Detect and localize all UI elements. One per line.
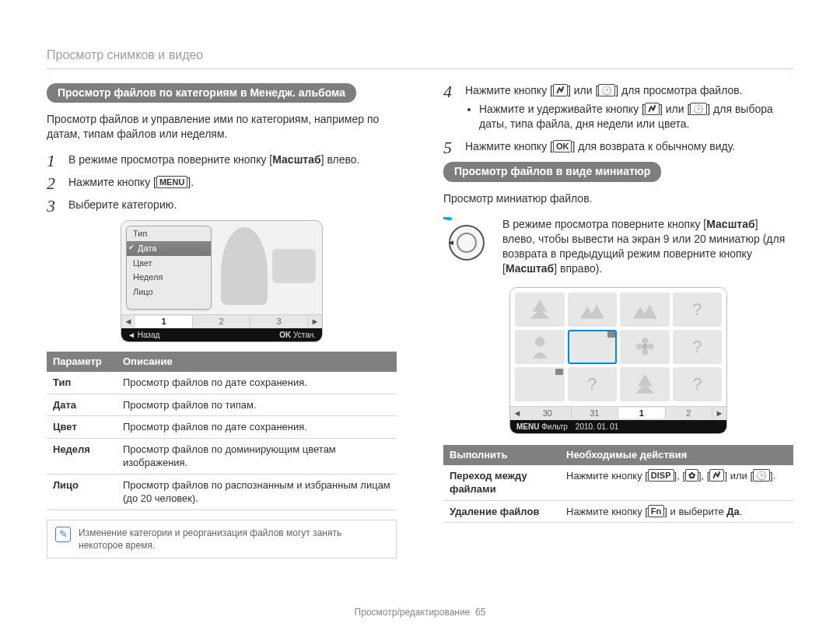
- section-pill-album: Просмотр файлов по категориям в Менедж. …: [47, 83, 356, 103]
- param-desc: Просмотр файлов по доминирующим цветам и…: [117, 438, 397, 474]
- dial-description: В режиме просмотра поверните кнопку [Мас…: [502, 217, 793, 276]
- action-name: Удаление файлов: [443, 500, 560, 523]
- category-item: Цвет: [127, 256, 211, 271]
- param-desc: Просмотр файлов по дате сохранения.: [117, 372, 397, 394]
- category-item: Лицо: [127, 285, 211, 299]
- param-name: Дата: [47, 394, 117, 416]
- svg-point-0: [535, 337, 544, 346]
- step-item: 1В режиме просмотра поверните кнопку [Ма…: [47, 152, 397, 167]
- param-desc: Просмотр файлов по дате сохранения.: [117, 416, 397, 439]
- svg-point-3: [642, 349, 648, 356]
- zoom-wheel-icon: [449, 225, 485, 261]
- divider: [47, 68, 793, 69]
- param-name: Тип: [47, 372, 117, 394]
- breadcrumb: Просмотр снимков и видео: [47, 47, 793, 64]
- param-name: Лицо: [47, 474, 117, 510]
- silhouette-icon: [221, 227, 268, 305]
- section-pill-thumbs: Просмотр файлов в виде миниатюр: [443, 162, 661, 182]
- thumbnail: [515, 292, 565, 327]
- thumbnail: [515, 330, 565, 364]
- thumb-page-tabs: ◄303112►: [510, 406, 726, 420]
- page-tab: 31: [572, 408, 619, 419]
- page-tab: 2: [193, 316, 250, 328]
- page-tab: 1: [618, 408, 666, 419]
- note-box: ✎ Изменение категории и реорганизация фа…: [47, 520, 397, 559]
- action-name: Переход между файлами: [443, 465, 560, 501]
- thumbnail: ?: [673, 367, 723, 401]
- intro-text: Просмотр файлов и управление ими по кате…: [47, 112, 397, 142]
- silhouette-icon: [272, 249, 316, 283]
- page-tab: 1: [135, 316, 193, 328]
- action-desc: Нажмите кнопку [Fn] и выберите Да.: [560, 500, 793, 523]
- right-column: 4Нажмите кнопку [🗲] или [🕒] для просмотр…: [443, 83, 793, 559]
- note-text: Изменение категории и реорганизация файл…: [79, 527, 388, 552]
- thumbnail: [568, 330, 618, 364]
- thumbnail: [568, 292, 618, 327]
- intro-text-thumbs: Просмотр миниатюр файлов.: [443, 191, 793, 206]
- left-column: Просмотр файлов по категориям в Менедж. …: [47, 83, 397, 559]
- th-param: Параметр: [47, 352, 117, 372]
- category-item: Тип: [127, 226, 211, 241]
- info-icon: ✎: [55, 527, 71, 542]
- thumbnail: ?: [568, 367, 618, 401]
- th-action: Выполнить: [443, 445, 560, 465]
- step-item: 2Нажмите кнопку [MENU].: [47, 175, 397, 190]
- category-item: Дата: [127, 241, 211, 256]
- thumbnail-screenshot: ???? ◄303112► MENU Фильтр 2010. 01. 01: [509, 287, 727, 435]
- step-item: 3Выберите категорию.: [47, 198, 397, 212]
- thumbnail: [620, 330, 670, 364]
- steps-list-left: 1В режиме просмотра поверните кнопку [Ма…: [47, 152, 397, 212]
- svg-point-4: [635, 343, 642, 349]
- step-item: 4Нажмите кнопку [🗲] или [🕒] для просмотр…: [443, 83, 793, 132]
- thumbnail: [620, 292, 670, 327]
- category-list: ТипДатаЦветНеделяЛицо: [126, 226, 212, 310]
- camera-menu-screenshot: ТипДатаЦветНеделяЛицо ◄123► ◄ Назад OK У…: [121, 220, 323, 343]
- steps-list-right: 4Нажмите кнопку [🗲] или [🕒] для просмотр…: [443, 83, 793, 155]
- step-item: 5Нажмите кнопку [OK] для возврата к обыч…: [443, 139, 793, 154]
- footer-filter: MENU Фильтр: [516, 422, 568, 433]
- param-name: Неделя: [47, 438, 117, 474]
- thumbnail: [515, 367, 565, 401]
- page-tab: 30: [524, 408, 572, 419]
- page-tabs: ◄123►: [121, 314, 322, 328]
- actions-table: Выполнить Необходимые действия Переход м…: [443, 445, 793, 523]
- action-desc: Нажмите кнопку [DISP], [✿], [🗲] или [🕒].: [560, 465, 793, 501]
- dial-arc-icon: [443, 217, 490, 223]
- footer-set: OK Устан.: [279, 330, 316, 341]
- zoom-dial-block: В режиме просмотра поверните кнопку [Мас…: [443, 217, 793, 276]
- page-tab: 2: [666, 408, 713, 419]
- thumbnail: ?: [673, 292, 723, 327]
- page-tab: 3: [250, 316, 308, 328]
- param-desc: Просмотр файлов по распознанным и избран…: [117, 474, 397, 510]
- svg-point-5: [647, 343, 653, 349]
- th-howto: Необходимые действия: [560, 445, 793, 465]
- sub-bullet: Нажмите и удерживайте кнопку [🗲] или [🕒]…: [479, 102, 793, 131]
- th-desc: Описание: [117, 352, 397, 372]
- thumbnail: ?: [673, 330, 723, 364]
- svg-point-2: [642, 338, 648, 344]
- thumbnail: [620, 367, 670, 401]
- param-name: Цвет: [47, 416, 117, 439]
- footer-back: ◄ Назад: [128, 330, 159, 341]
- param-desc: Просмотр файлов по типам.: [117, 394, 397, 416]
- parameter-table: Параметр Описание Тип Просмотр файлов по…: [47, 352, 397, 510]
- page-footer: Просмотр/редактирование 65: [0, 606, 840, 618]
- category-item: Неделя: [127, 270, 211, 285]
- footer-date: 2010. 01. 01: [576, 422, 619, 433]
- svg-point-1: [642, 344, 647, 349]
